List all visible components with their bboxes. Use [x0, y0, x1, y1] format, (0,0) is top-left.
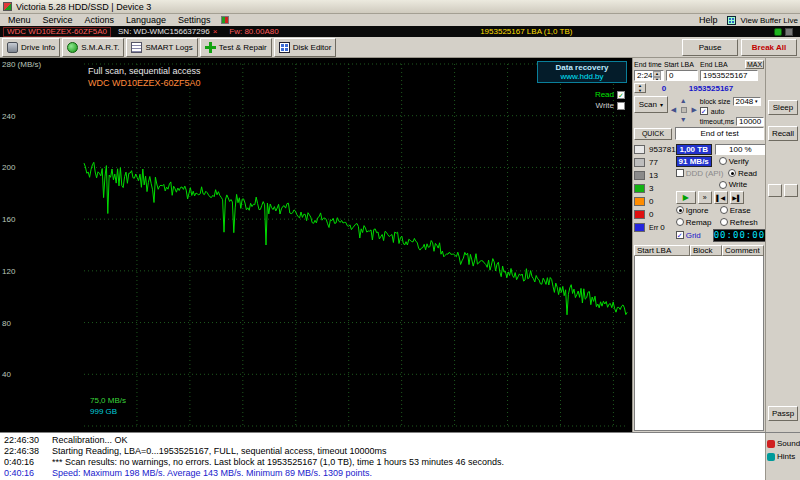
- editor-icon: [279, 42, 290, 53]
- mode-verify-option[interactable]: Verify: [719, 157, 749, 166]
- svg-text:196,0: 196,0: [180, 431, 201, 432]
- grid-toggle[interactable]: Grid: [676, 231, 710, 240]
- chevron-down-icon: ▾: [755, 98, 758, 104]
- arrow-right-icon[interactable]: ▶: [691, 106, 696, 113]
- hints-toggle[interactable]: Hints: [767, 450, 799, 463]
- write-radio[interactable]: [719, 181, 727, 189]
- bucket-color-err: [634, 223, 645, 232]
- ddd-checkbox[interactable]: [676, 169, 684, 177]
- max-button[interactable]: MAX: [745, 60, 764, 69]
- log-entry-highlighted: 0:40:16 Speed: Maximum 198 MB/s. Average…: [0, 467, 765, 478]
- end-time-label: End time: [634, 61, 664, 68]
- auto-checkbox[interactable]: [700, 107, 708, 115]
- smart-logs-label: SMART Logs: [145, 43, 192, 52]
- svg-text:490,0: 490,0: [339, 431, 360, 432]
- read-checkbox[interactable]: [617, 91, 625, 99]
- strip-small-button-2[interactable]: [784, 184, 798, 197]
- latency-bucket-row: 3: [634, 182, 676, 195]
- ignore-radio[interactable]: [676, 206, 684, 214]
- quick-button[interactable]: QUICK: [634, 128, 672, 140]
- main-area: 280 (MB/s)240200160120804098,0196,0294,0…: [0, 58, 800, 432]
- erase-radio[interactable]: [720, 206, 728, 214]
- repair-icon: [205, 42, 216, 53]
- menu-item-language[interactable]: Language: [120, 15, 172, 25]
- mode-write-option[interactable]: Write: [719, 180, 748, 189]
- break-all-button[interactable]: Break All: [741, 39, 797, 56]
- legend-read-label: Read: [595, 90, 614, 99]
- timeout-field[interactable]: 10000: [736, 117, 764, 126]
- latency-bucket-row: 953781: [634, 143, 676, 156]
- window-title: Victoria 5.28 HDD/SSD | Device 3: [16, 2, 151, 12]
- skip-forward-button[interactable]: »: [698, 191, 712, 204]
- arrow-up-icon[interactable]: ▲: [680, 97, 687, 104]
- jump-end-button[interactable]: ▶▌: [730, 191, 744, 204]
- logs-icon: [131, 42, 142, 53]
- arrow-left-icon[interactable]: ◀: [671, 106, 676, 113]
- scan-button[interactable]: Scan ▾: [634, 96, 668, 113]
- mode-read-option[interactable]: Read: [728, 169, 757, 178]
- menu-bar: Menu Service Actions Language Settings H…: [0, 14, 800, 26]
- cursor-position-readout: 999 GB: [90, 407, 117, 416]
- remap-radio[interactable]: [676, 218, 684, 226]
- latency-buckets: 953781 77 13 3: [634, 143, 676, 245]
- refresh-radio[interactable]: [720, 218, 728, 226]
- smart-button[interactable]: S.M.A.R.T.: [62, 38, 124, 57]
- ddd-label: DDD (API): [686, 169, 724, 178]
- strip-small-button-1[interactable]: [768, 184, 782, 197]
- sleep-button[interactable]: Sleep: [768, 100, 798, 115]
- log-message: Recalibration... OK: [52, 435, 128, 445]
- bucket-color-4: [634, 184, 645, 193]
- disk-editor-button[interactable]: Disk Editor: [274, 38, 337, 57]
- error-erase-option[interactable]: Erase: [720, 206, 751, 215]
- grid-checkbox[interactable]: [676, 231, 684, 239]
- block-size-select[interactable]: 2048 ▾: [733, 97, 761, 106]
- bucket-color-1: [634, 145, 645, 154]
- jump-back-button[interactable]: ▌◀: [714, 191, 728, 204]
- sound-toggle[interactable]: Sound: [767, 437, 799, 450]
- legend-read-toggle[interactable]: Read: [595, 89, 625, 100]
- legend-write-toggle[interactable]: Write: [595, 100, 625, 111]
- error-ignore-option[interactable]: Ignore: [676, 206, 720, 215]
- smart-logs-button[interactable]: SMART Logs: [126, 38, 197, 57]
- read-radio[interactable]: [728, 169, 736, 177]
- graph-title: Full scan, sequential access: [88, 66, 201, 76]
- app-icon: [3, 2, 12, 11]
- start-scan-button[interactable]: ▶: [676, 191, 696, 204]
- menu-item-help[interactable]: Help: [693, 15, 724, 25]
- error-remap-option[interactable]: Remap: [676, 218, 720, 227]
- defect-table-body[interactable]: [634, 256, 764, 431]
- close-icon[interactable]: ×: [213, 28, 218, 36]
- smart-label: S.M.A.R.T.: [81, 43, 119, 52]
- menu-item-service[interactable]: Service: [37, 15, 79, 25]
- current-speed-badge: 91 MB/s: [676, 156, 712, 167]
- jump-dpad[interactable]: ▲ ▼ ◀ ▶: [670, 96, 698, 124]
- timeout-label: timeout,ms: [700, 118, 734, 125]
- passport-button[interactable]: Passp: [768, 406, 798, 421]
- refresh-label: Refresh: [730, 218, 758, 227]
- progress-percent: 100 %: [715, 144, 766, 155]
- lba-spinner-button[interactable]: ▲▼: [634, 83, 646, 93]
- log-entry: 22:46:30 Recalibration... OK: [0, 434, 765, 445]
- end-time-field[interactable]: 2:24 ▲▼: [634, 70, 664, 81]
- verify-radio[interactable]: [719, 157, 727, 165]
- erase-label: Erase: [730, 206, 751, 215]
- write-checkbox[interactable]: [617, 102, 625, 110]
- chevron-down-icon: ▾: [660, 101, 663, 108]
- svg-text:294,0: 294,0: [233, 431, 254, 432]
- menu-item-actions[interactable]: Actions: [79, 15, 121, 25]
- view-buffer-live-button[interactable]: View Buffer Live: [740, 16, 798, 25]
- test-repair-button[interactable]: Test & Repair: [200, 38, 272, 57]
- menu-item-settings[interactable]: Settings: [172, 15, 217, 25]
- error-refresh-option[interactable]: Refresh: [720, 218, 758, 227]
- start-lba-field[interactable]: 0: [666, 70, 698, 81]
- pause-button[interactable]: Pause: [682, 39, 738, 56]
- end-action-select[interactable]: End of test: [675, 127, 764, 140]
- end-lba-field[interactable]: 1953525167: [700, 70, 758, 81]
- recall-button[interactable]: Recall: [768, 126, 798, 141]
- arrow-down-icon[interactable]: ▼: [680, 116, 687, 123]
- toolbar: Drive Info S.M.A.R.T. SMART Logs Test & …: [0, 37, 800, 58]
- drive-info-button[interactable]: Drive Info: [2, 38, 60, 57]
- svg-text:40: 40: [2, 370, 11, 379]
- menu-item-menu[interactable]: Menu: [2, 15, 37, 25]
- end-time-spinner[interactable]: ▲▼: [653, 71, 661, 81]
